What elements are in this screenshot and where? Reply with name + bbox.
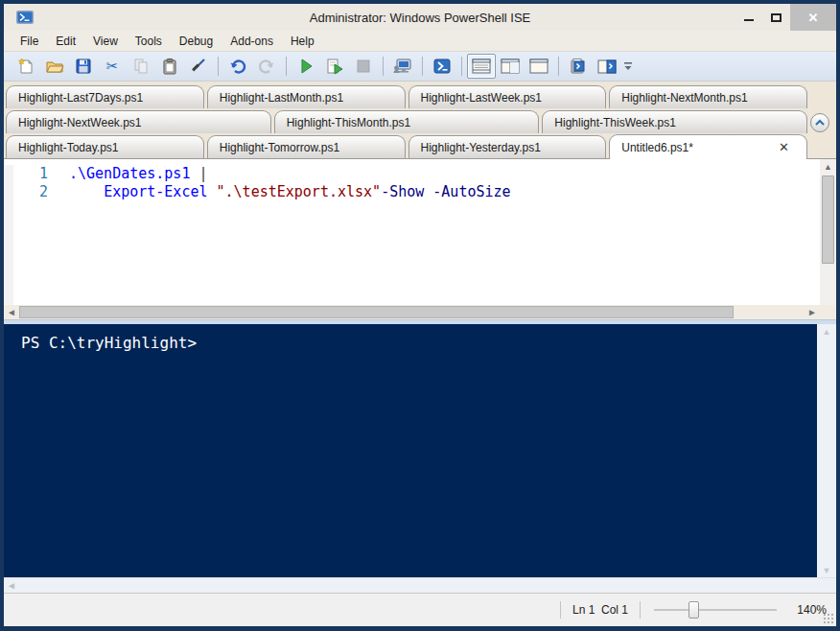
run-script-button[interactable] xyxy=(292,54,320,79)
layout-max-icon xyxy=(528,58,549,75)
redo-button[interactable] xyxy=(252,54,281,79)
tab-highlight-yesterday-ps1[interactable]: Highlight-Yesterday.ps1 xyxy=(408,135,607,158)
start-powershell-exe-button[interactable] xyxy=(428,54,456,79)
scroll-left-arrow-icon[interactable]: ◄ xyxy=(4,578,19,593)
show-script-pane-right-button[interactable] xyxy=(496,54,525,79)
stop-operation-button[interactable] xyxy=(349,54,378,79)
scroll-down-arrow-icon[interactable]: ▼ xyxy=(823,563,831,577)
toolbar-separator xyxy=(558,57,559,76)
scroll-up-arrow-icon[interactable]: ▲ xyxy=(824,159,832,174)
cursor-position-label: Ln 1 Col 1 xyxy=(572,603,628,617)
zoom-slider-track[interactable] xyxy=(654,609,777,611)
copy-icon xyxy=(131,57,151,76)
code-line[interactable]: 1.\GenDates.ps1 | xyxy=(13,165,820,183)
tab-highlight-thismonth-ps1[interactable]: Highlight-ThisMonth.ps1 xyxy=(274,110,540,133)
tab-highlight-nextmonth-ps1[interactable]: Highlight-NextMonth.ps1 xyxy=(609,85,807,108)
console-pane[interactable]: PS C:\tryHighlight> ▲ ▼ xyxy=(4,324,836,577)
toolbar-separator xyxy=(422,57,423,76)
code-text[interactable]: Export-Excel ".\testExport.xlsx"-Show -A… xyxy=(69,183,511,201)
console-hscroll-track[interactable] xyxy=(19,579,836,592)
tab-label: Highlight-NextMonth.ps1 xyxy=(621,91,747,105)
zoom-slider-handle[interactable] xyxy=(688,601,699,619)
powershell-ise-window: Administrator: Windows PowerShell ISE ✕ … xyxy=(0,0,840,631)
tab-highlight-today-ps1[interactable]: Highlight-Today.ps1 xyxy=(6,135,204,158)
save-icon xyxy=(74,57,93,76)
copy-button[interactable] xyxy=(127,54,155,79)
editor-hscroll-thumb[interactable] xyxy=(19,306,734,318)
tab-close-icon[interactable]: ✕ xyxy=(773,140,795,154)
console-prompt[interactable]: PS C:\tryHighlight> xyxy=(4,324,817,577)
undo-icon xyxy=(228,57,247,76)
resize-grip-icon[interactable] xyxy=(823,613,834,624)
tab-scroll-up-button[interactable] xyxy=(810,113,829,132)
menu-file[interactable]: File xyxy=(12,33,47,50)
tab-label: Highlight-ThisMonth.ps1 xyxy=(287,116,410,129)
undo-button[interactable] xyxy=(223,54,252,79)
show-script-pane-button[interactable] xyxy=(593,54,621,79)
scroll-up-arrow-icon[interactable]: ▲ xyxy=(823,324,831,339)
tab-untitled6-ps1[interactable]: Untitled6.ps1*✕ xyxy=(609,134,807,159)
tab-highlight-last7days-ps1[interactable]: Highlight-Last7Days.ps1 xyxy=(6,85,204,108)
new-tab-icon xyxy=(568,57,589,76)
toolbar-overflow-button[interactable] xyxy=(621,54,635,79)
new-powershell-tab-button[interactable] xyxy=(564,54,593,79)
menu-edit[interactable]: Edit xyxy=(47,33,84,50)
status-bar: Ln 1 Col 1 140% xyxy=(4,593,836,626)
show-script-pane-top-button[interactable] xyxy=(467,54,496,79)
save-script-button[interactable] xyxy=(69,54,98,79)
window-title: Administrator: Windows PowerShell ISE xyxy=(4,11,836,25)
tab-highlight-lastweek-ps1[interactable]: Highlight-LastWeek.ps1 xyxy=(408,85,607,108)
svg-text:✂: ✂ xyxy=(106,58,119,74)
clear-console-pane-button[interactable] xyxy=(184,54,213,79)
menu-debug[interactable]: Debug xyxy=(171,33,222,50)
toolbar-separator xyxy=(218,57,219,76)
console-horizontal-scrollbar[interactable]: ◄ xyxy=(4,577,836,593)
zoom-slider[interactable] xyxy=(654,600,777,619)
tab-highlight-thisweek-ps1[interactable]: Highlight-ThisWeek.ps1 xyxy=(542,110,807,133)
close-button[interactable]: ✕ xyxy=(790,4,836,31)
redo-icon xyxy=(257,57,276,76)
line-number: 2 xyxy=(13,183,69,201)
chevron-up-icon xyxy=(814,119,826,127)
layout-top-icon xyxy=(471,58,492,75)
paste-button[interactable] xyxy=(155,54,184,79)
menu-help[interactable]: Help xyxy=(282,33,323,50)
tab-label: Highlight-ThisWeek.ps1 xyxy=(554,116,676,129)
scroll-left-arrow-icon[interactable]: ◄ xyxy=(4,305,19,319)
scroll-right-arrow-icon[interactable]: ► xyxy=(805,305,820,319)
layout-right-icon xyxy=(500,58,521,75)
editor-margin xyxy=(4,165,13,305)
code-text[interactable]: .\GenDates.ps1 | xyxy=(69,165,208,183)
open-script-button[interactable] xyxy=(40,54,69,79)
new-remote-powershell-tab-button[interactable] xyxy=(388,54,417,79)
editor-hscroll-track[interactable] xyxy=(19,306,805,318)
minimize-icon xyxy=(744,19,754,21)
script-editor-pane[interactable]: 1.\GenDates.ps1 |2 Export-Excel ".\testE… xyxy=(4,159,836,305)
title-bar[interactable]: Administrator: Windows PowerShell ISE ✕ xyxy=(4,4,836,31)
maximize-icon xyxy=(771,13,782,22)
close-icon: ✕ xyxy=(808,11,819,25)
tab-highlight-lastmonth-ps1[interactable]: Highlight-LastMonth.ps1 xyxy=(207,85,406,108)
editor-vscroll-thumb[interactable] xyxy=(822,175,834,264)
run-selection-button[interactable] xyxy=(320,54,349,79)
cut-button[interactable]: ✂ xyxy=(98,54,127,79)
menu-tools[interactable]: Tools xyxy=(127,33,171,50)
tab-highlight-nextweek-ps1[interactable]: Highlight-NextWeek.ps1 xyxy=(6,110,271,133)
editor-vertical-scrollbar[interactable]: ▲ xyxy=(820,159,836,305)
minimize-button[interactable] xyxy=(735,4,762,31)
menu-view[interactable]: View xyxy=(84,33,127,50)
toolbar-separator xyxy=(383,57,384,76)
code-lines[interactable]: 1.\GenDates.ps1 |2 Export-Excel ".\testE… xyxy=(13,165,820,305)
show-script-pane-maximized-button[interactable] xyxy=(525,54,553,79)
tab-label: Highlight-Yesterday.ps1 xyxy=(421,141,541,154)
tab-highlight-tomorrow-ps1[interactable]: Highlight-Tomorrow.ps1 xyxy=(207,135,406,158)
menu-bar: FileEditViewToolsDebugAdd-onsHelp xyxy=(4,31,836,52)
console-vertical-scrollbar[interactable]: ▲ ▼ xyxy=(817,324,836,577)
zoom-percent-label: 140% xyxy=(790,603,827,617)
tab-row-2: Highlight-NextWeek.ps1Highlight-ThisMont… xyxy=(4,108,836,133)
editor-horizontal-scrollbar[interactable]: ◄ ► xyxy=(4,305,836,319)
code-line[interactable]: 2 Export-Excel ".\testExport.xlsx"-Show … xyxy=(13,183,820,201)
maximize-button[interactable] xyxy=(762,4,790,31)
new-script-button[interactable] xyxy=(12,54,40,79)
menu-add-ons[interactable]: Add-ons xyxy=(222,33,282,50)
